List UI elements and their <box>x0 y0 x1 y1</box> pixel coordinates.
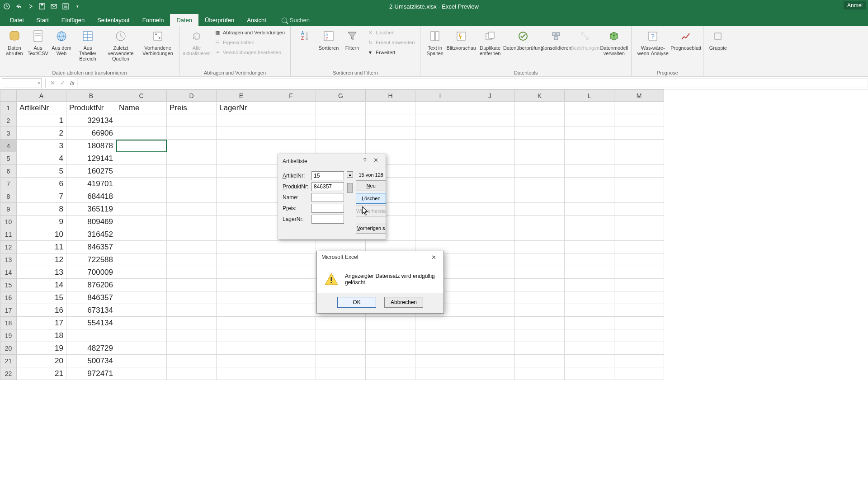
cell-D18[interactable] <box>167 317 217 329</box>
cell-J7[interactable] <box>465 178 515 190</box>
cell-A11[interactable]: 10 <box>17 228 66 241</box>
cell-E9[interactable] <box>217 203 266 216</box>
cell-M12[interactable] <box>614 241 664 253</box>
cell-D6[interactable] <box>167 165 217 178</box>
cell-L13[interactable] <box>565 253 614 266</box>
filter-button[interactable]: Filtern <box>341 28 363 52</box>
advanced-filter-button[interactable]: ▼Erweitert <box>365 48 416 57</box>
cell-A8[interactable]: 7 <box>17 190 66 203</box>
cell-M3[interactable] <box>614 127 664 140</box>
refresh-all-button[interactable]: Alle aktualisieren <box>183 28 210 57</box>
cell-J18[interactable] <box>465 317 515 329</box>
cell-C6[interactable] <box>116 165 167 178</box>
cell-J12[interactable] <box>465 241 515 253</box>
flash-fill-button[interactable]: Blitzvorschau <box>448 28 475 52</box>
formula-input[interactable] <box>77 78 868 88</box>
cell-D5[interactable] <box>167 152 217 165</box>
col-header-E[interactable]: E <box>217 90 266 102</box>
cell-E15[interactable] <box>217 279 266 291</box>
cell-G3[interactable] <box>316 127 366 140</box>
cell-C10[interactable] <box>116 216 167 228</box>
col-header-I[interactable]: I <box>415 90 465 102</box>
email-icon[interactable] <box>50 2 58 10</box>
cell-A21[interactable]: 20 <box>17 355 66 367</box>
cell-B14[interactable]: 700009 <box>66 266 116 279</box>
cell-C18[interactable] <box>116 317 167 329</box>
tell-me-search[interactable]: Suchen <box>277 14 314 26</box>
cell-D21[interactable] <box>167 355 217 367</box>
cell-E14[interactable] <box>217 266 266 279</box>
cell-F17[interactable] <box>266 304 316 317</box>
col-header-G[interactable]: G <box>316 90 366 102</box>
cell-C14[interactable] <box>116 266 167 279</box>
cell-D4[interactable] <box>167 140 217 152</box>
cell-G22[interactable] <box>316 367 366 380</box>
cell-B17[interactable]: 673134 <box>66 304 116 317</box>
cell-C19[interactable] <box>116 329 167 342</box>
cell-D15[interactable] <box>167 279 217 291</box>
cell-I20[interactable] <box>415 342 465 355</box>
find-prev-button[interactable]: Vorherigen s <box>356 223 386 234</box>
cell-M13[interactable] <box>614 253 664 266</box>
cell-B20[interactable]: 482729 <box>66 342 116 355</box>
scroll-up-icon[interactable]: ▴ <box>347 171 353 178</box>
undo-icon[interactable] <box>14 2 23 10</box>
cell-A14[interactable]: 13 <box>17 266 66 279</box>
cell-L20[interactable] <box>565 342 614 355</box>
col-header-L[interactable]: L <box>565 90 614 102</box>
cell-E8[interactable] <box>217 190 266 203</box>
tab-daten[interactable]: Daten <box>170 14 198 26</box>
cell-B18[interactable]: 554134 <box>66 317 116 329</box>
cell-A18[interactable]: 17 <box>17 317 66 329</box>
cell-F2[interactable] <box>266 114 316 127</box>
cell-M8[interactable] <box>614 190 664 203</box>
cell-D13[interactable] <box>167 253 217 266</box>
cell-D22[interactable] <box>167 367 217 380</box>
cell-K5[interactable] <box>515 152 565 165</box>
cell-K13[interactable] <box>515 253 565 266</box>
cell-L1[interactable] <box>565 102 614 114</box>
cell-L15[interactable] <box>565 279 614 291</box>
cell-J16[interactable] <box>465 291 515 304</box>
cell-B19[interactable] <box>66 329 116 342</box>
data-validation-button[interactable]: Datenüberprüfung <box>505 28 541 52</box>
accept-formula-icon[interactable]: ✓ <box>57 80 67 86</box>
cell-J15[interactable] <box>465 279 515 291</box>
row-header-13[interactable]: 13 <box>0 253 17 266</box>
cell-J10[interactable] <box>465 216 515 228</box>
cell-B7[interactable]: 419701 <box>66 178 116 190</box>
cell-K2[interactable] <box>515 114 565 127</box>
cell-A1[interactable]: ArtikelNr <box>17 102 66 114</box>
row-header-11[interactable]: 11 <box>0 228 17 241</box>
cell-E7[interactable] <box>217 178 266 190</box>
cell-K6[interactable] <box>515 165 565 178</box>
tab-einfuegen[interactable]: Einfügen <box>55 14 91 26</box>
name-box[interactable] <box>2 78 42 88</box>
tab-ueberpruefen[interactable]: Überprüfen <box>198 14 241 26</box>
cell-C9[interactable] <box>116 203 167 216</box>
cell-I1[interactable] <box>415 102 465 114</box>
remove-duplicates-button[interactable]: Duplikate entfernen <box>476 28 504 57</box>
form-icon[interactable] <box>61 2 70 10</box>
row-header-22[interactable]: 22 <box>0 367 17 380</box>
cell-I9[interactable] <box>415 203 465 216</box>
edit-links-button[interactable]: ⚭Verknüpfungen bearbeiten <box>212 48 287 57</box>
cell-G19[interactable] <box>316 329 366 342</box>
cell-F3[interactable] <box>266 127 316 140</box>
row-header-16[interactable]: 16 <box>0 291 17 304</box>
cell-B12[interactable]: 846357 <box>66 241 116 253</box>
cell-H4[interactable] <box>366 140 415 152</box>
cell-G20[interactable] <box>316 342 366 355</box>
cell-L17[interactable] <box>565 304 614 317</box>
cell-C3[interactable] <box>116 127 167 140</box>
autosave-icon[interactable] <box>3 2 11 10</box>
cell-D14[interactable] <box>167 266 217 279</box>
ok-button[interactable]: OK <box>337 297 376 308</box>
text-to-columns-button[interactable]: Text in Spalten <box>424 28 446 57</box>
cell-J17[interactable] <box>465 304 515 317</box>
cell-C20[interactable] <box>116 342 167 355</box>
cell-K10[interactable] <box>515 216 565 228</box>
cell-F14[interactable] <box>266 266 316 279</box>
cell-F4[interactable] <box>266 140 316 152</box>
lagernr-input[interactable] <box>311 215 344 224</box>
